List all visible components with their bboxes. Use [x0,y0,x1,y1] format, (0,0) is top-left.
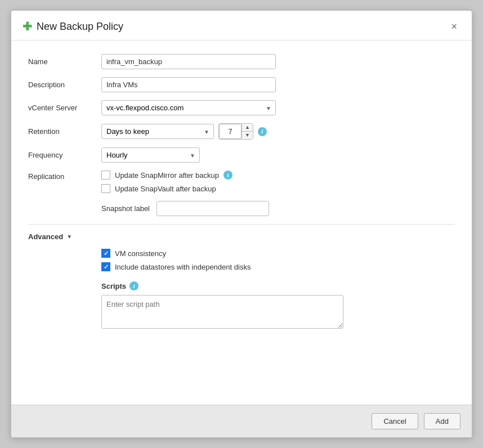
independent-disks-row: Include datastores with independent disk… [101,262,455,271]
frequency-row: Frequency Hourly ▼ [28,147,455,163]
vm-consistency-row: VM consistency [101,249,455,258]
name-label: Name [28,57,101,66]
snapshot-label-row: Snapshot label [101,201,455,216]
snapshot-label-input[interactable] [156,201,269,216]
plus-icon: ✚ [23,20,32,33]
snapmirror-checkbox[interactable] [101,171,110,180]
vcenter-select-wrapper: vx-vc.flexpod.cisco.com ▼ [101,100,276,115]
scripts-section: Scripts i [101,281,455,330]
description-input[interactable] [101,77,276,92]
snapshot-label-text: Snapshot label [101,204,150,213]
snapmirror-label: Update SnapMirror after backup [115,171,219,180]
add-button[interactable]: Add [424,413,460,429]
new-backup-policy-dialog: ✚ New Backup Policy × Name Description v… [11,10,472,438]
dialog-title: ✚ New Backup Policy [23,20,123,33]
vcenter-row: vCenter Server vx-vc.flexpod.cisco.com ▼ [28,100,455,115]
frequency-select-wrapper: Hourly ▼ [101,147,200,163]
name-row: Name [28,54,455,69]
frequency-select[interactable]: Hourly [101,147,200,163]
description-row: Description [28,77,455,92]
retention-number-input[interactable] [219,124,242,139]
advanced-section: VM consistency Include datastores with i… [101,249,455,330]
title-text: New Backup Policy [37,21,123,33]
retention-spinner: ▲ ▼ [218,123,253,140]
retention-controls: Days to keep ▼ ▲ ▼ i [101,123,267,140]
retention-label: Retention [28,127,101,136]
description-label: Description [28,80,101,89]
replication-label: Replication [28,171,101,181]
snapmirror-info-icon[interactable]: i [223,171,232,180]
dialog-footer: Cancel Add [11,405,472,437]
scripts-label-row: Scripts i [101,281,455,290]
retention-info-icon[interactable]: i [258,127,267,136]
dialog-header: ✚ New Backup Policy × [11,11,472,41]
replication-section: Replication Update SnapMirror after back… [28,171,455,216]
script-path-textarea[interactable] [101,295,343,329]
retention-row: Retention Days to keep ▼ ▲ ▼ i [28,123,455,140]
independent-disks-label: Include datastores with independent disk… [115,263,251,271]
name-input[interactable] [101,54,276,69]
retention-select[interactable]: Days to keep [101,124,214,139]
scripts-label-text: Scripts [101,282,126,290]
dialog-body: Name Description vCenter Server vx-vc.fl… [11,41,472,405]
retention-select-wrapper: Days to keep ▼ [101,124,214,139]
spinner-up-button[interactable]: ▲ [242,124,253,132]
advanced-label: Advanced [28,232,63,241]
snapvault-checkbox[interactable] [101,184,110,193]
vcenter-label: vCenter Server [28,104,101,112]
snapvault-row: Update SnapVault after backup [101,184,455,193]
vm-consistency-checkbox[interactable] [101,249,110,258]
vm-consistency-label: VM consistency [115,249,166,258]
frequency-label: Frequency [28,151,101,159]
advanced-header[interactable]: Advanced ▼ [28,232,455,241]
snapmirror-row: Update SnapMirror after backup i [101,171,455,180]
replication-controls: Update SnapMirror after backup i Update … [101,171,455,216]
advanced-chevron-icon: ▼ [66,234,72,240]
close-button[interactable]: × [448,20,460,33]
spinner-down-button[interactable]: ▼ [242,132,253,139]
spinner-buttons: ▲ ▼ [242,124,253,139]
cancel-button[interactable]: Cancel [372,413,418,429]
section-divider [28,224,455,225]
independent-disks-checkbox[interactable] [101,262,110,271]
snapvault-label: Update SnapVault after backup [115,185,216,193]
vcenter-select[interactable]: vx-vc.flexpod.cisco.com [101,100,276,115]
scripts-info-icon[interactable]: i [129,281,138,290]
